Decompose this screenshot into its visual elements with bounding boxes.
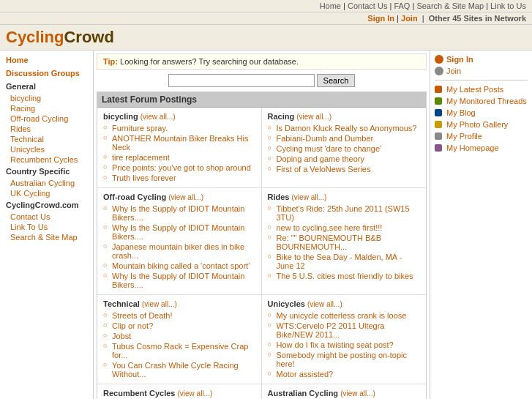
post-link[interactable]: ANOTHER Mountain Biker Breaks His Neck [112, 134, 248, 152]
post-link[interactable]: Furniture spray. [112, 124, 168, 133]
sidebar-country-label: Country Specific [0, 165, 93, 178]
post-link[interactable]: Why Is the Supply of IDIOT Mountain Bike… [112, 223, 244, 241]
post-link[interactable]: Re: "" BOURNEMOUTH B&B BOURNEMOUTH... [277, 234, 382, 251]
forum-section-bicycling: bicycling (view all...) Furniture spray.… [97, 108, 262, 188]
post-link[interactable]: Is Damon Kluck Really so Anonymous? [277, 124, 417, 133]
sidebar-item-australian[interactable]: Australian Cycling [0, 178, 93, 188]
faq-link[interactable]: FAQ [394, 1, 410, 10]
section-title-recumbent: Recumbent Cycles (view all...) [103, 389, 255, 398]
my-profile-link[interactable]: My Profile [446, 132, 482, 141]
post-link[interactable]: WTS:Cervelo P2 2011 Ultegra Bike/NEW 201… [277, 321, 385, 339]
list-item: Furniture spray. [103, 123, 255, 133]
contact-link[interactable]: Contact Us [348, 1, 387, 10]
sidebar-item-technical[interactable]: Technical [0, 134, 93, 144]
post-link[interactable]: Fabiani-Dumb and Dumber [277, 134, 374, 143]
post-link[interactable]: Truth lives forever [112, 174, 176, 182]
sidebar-item-contact[interactable]: Contact Us [0, 212, 93, 222]
sidebar-discussion-groups[interactable]: Discussion Groups [0, 67, 93, 80]
right-profile: My Profile [435, 130, 528, 142]
view-all-recumbent[interactable]: (view all...) [178, 389, 213, 398]
post-link[interactable]: Why Is the Supply of IDIOT Mountain Bike… [112, 272, 244, 289]
list-item: Somebody might be posting on-topic here! [268, 350, 421, 369]
sidebar-item-linkto[interactable]: Link To Us [0, 222, 93, 232]
post-link[interactable]: Tibbet's Ride: 25th June 2011 (SW15 3TU) [277, 204, 410, 222]
view-all-australian[interactable]: (view all...) [340, 389, 375, 398]
post-link[interactable]: Cycling must 'dare to change' [277, 144, 382, 153]
photo-gallery-icon [435, 121, 442, 128]
sidebar-item-offroad[interactable]: Off-road Cycling [0, 113, 93, 124]
tip-text: Looking for answers? Try searching our d… [120, 57, 299, 66]
search-input[interactable] [168, 74, 315, 87]
post-link[interactable]: Motor assisted? [277, 370, 334, 379]
right-sign-in-link[interactable]: Sign In [446, 55, 473, 64]
post-link[interactable]: Bike to the Sea Day - Malden, MA - June … [277, 253, 402, 270]
view-all-technical[interactable]: (view all...) [142, 300, 177, 308]
homepage-icon [435, 144, 442, 152]
post-link[interactable]: The 5 U.S. cities most friendly to bikes [277, 272, 413, 280]
right-sign-in: Sign In [435, 55, 528, 64]
sidebar-item-unicycles[interactable]: Unicycles [0, 144, 93, 154]
post-link[interactable]: Tubus Cosmo Rack = Expensive Crap for... [112, 342, 248, 359]
section-title-racing: Racing (view all...) [268, 112, 421, 121]
view-all-unicycles[interactable]: (view all...) [307, 300, 342, 308]
section-title-technical: Technical (view all...) [103, 299, 255, 308]
post-link[interactable]: My unicycle cotterless crank is loose [277, 311, 407, 320]
post-link[interactable]: Streets of Death! [112, 311, 173, 320]
list-item: Re: "" BOURNEMOUTH B&B BOURNEMOUTH... [268, 233, 421, 252]
post-link[interactable]: First of a VeloNews Series [277, 165, 371, 174]
view-all-racing[interactable]: (view all...) [296, 113, 331, 121]
post-link[interactable]: Somebody might be posting on-topic here! [277, 351, 408, 368]
view-all-offroad[interactable]: (view all...) [168, 193, 203, 201]
search-button[interactable]: Search [317, 74, 356, 87]
link-to-us-link[interactable]: Link to Us [490, 1, 526, 10]
post-link[interactable]: Jobst [112, 332, 131, 340]
search-bar: Search [97, 74, 427, 87]
post-link[interactable]: Price points: you've got to shop around [112, 163, 251, 172]
post-link[interactable]: Japanese mountain biker dies in bike cra… [112, 242, 244, 260]
forum-title: Latest Forum Postings [97, 92, 426, 108]
post-link[interactable]: Doping and game theory [277, 154, 364, 163]
list-item: Doping and game theory [268, 154, 421, 164]
sidebar-item-recumbent[interactable]: Recumbent Cycles [0, 154, 93, 165]
my-homepage-link[interactable]: My Homepage [446, 143, 499, 152]
post-link[interactable]: Why Is the Supply of IDIOT Mountain Bike… [112, 204, 244, 222]
home-link[interactable]: Home [320, 1, 341, 10]
search-map-link[interactable]: Search & Site Map [416, 1, 484, 10]
view-all-rides[interactable]: (view all...) [292, 193, 327, 201]
sign-in-link[interactable]: Sign In [367, 14, 394, 23]
sidebar-home[interactable]: Home [0, 53, 93, 67]
right-join: Join [435, 65, 528, 77]
my-photo-gallery-link[interactable]: My Photo Gallery [446, 120, 508, 129]
post-link[interactable]: How do I fix a twisting seat post? [277, 340, 394, 349]
view-all-bicycling[interactable]: (view all...) [141, 113, 176, 121]
list-item: ANOTHER Mountain Biker Breaks His Neck [103, 133, 255, 152]
list-item: Bike to the Sea Day - Malden, MA - June … [268, 252, 421, 271]
sidebar-item-racing[interactable]: Racing [0, 103, 93, 113]
post-link[interactable]: new to cycling,see here first!!! [277, 223, 383, 232]
sidebar-item-rides[interactable]: Rides [0, 124, 93, 134]
my-monitored-threads-link[interactable]: My Monitored Threads [446, 97, 527, 105]
post-link[interactable]: You Can Crash While Cycle Racing Without… [112, 361, 239, 379]
forum-list-technical: Streets of Death! Clip or not? Jobst Tub… [103, 310, 255, 379]
right-join-link[interactable]: Join [446, 67, 461, 75]
sidebar: Home Discussion Groups General bicycling… [0, 51, 94, 399]
post-link[interactable]: tire replacement [112, 153, 170, 162]
join-link[interactable]: Join [401, 14, 418, 23]
other-sites-link[interactable]: Other 45 Sites in Network [429, 14, 526, 23]
post-link[interactable]: Mountain biking called a 'contact sport' [112, 261, 250, 270]
my-blog-link[interactable]: My Blog [446, 108, 476, 117]
sidebar-item-bicycling[interactable]: bicycling [0, 93, 93, 103]
right-divider [435, 80, 528, 81]
list-item: Cycling must 'dare to change' [268, 143, 421, 154]
blog-icon [435, 109, 442, 116]
join-icon [435, 67, 443, 75]
forum-list-rides: Tibbet's Ride: 25th June 2011 (SW15 3TU)… [268, 204, 421, 281]
site-logo[interactable]: CyclingCrowd [6, 28, 114, 47]
list-item: Why Is the Supply of IDIOT Mountain Bike… [103, 204, 255, 223]
sidebar-item-uk[interactable]: UK Cycling [0, 188, 93, 198]
my-latest-posts-link[interactable]: My Latest Posts [446, 85, 503, 94]
list-item: Truth lives forever [103, 173, 255, 183]
sidebar-item-searchmap[interactable]: Search & Site Map [0, 232, 93, 242]
sidebar-general-label: General [0, 80, 93, 93]
post-link[interactable]: Clip or not? [112, 321, 153, 330]
